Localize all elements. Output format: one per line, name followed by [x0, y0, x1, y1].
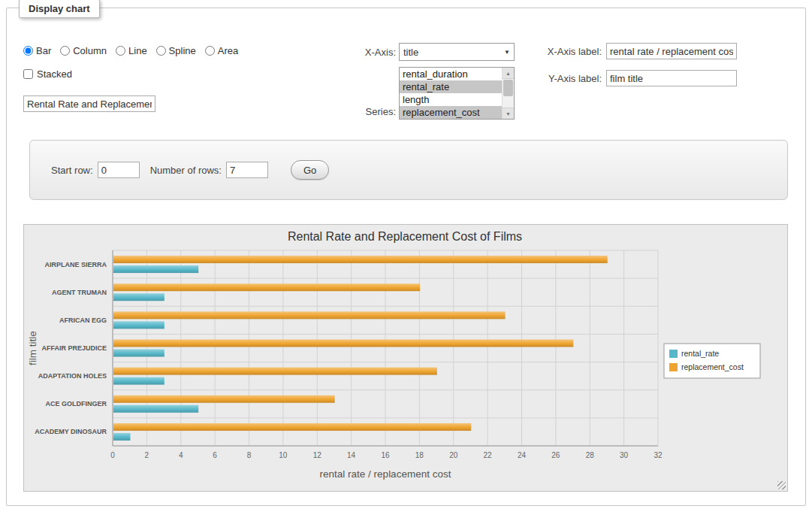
radio-label: Area	[218, 45, 238, 56]
bar-rental_rate[interactable]	[113, 321, 165, 329]
y-axis-label-input[interactable]	[606, 70, 737, 86]
bar-replacement_cost[interactable]	[113, 423, 471, 431]
x-tick-label: 20	[449, 451, 458, 459]
chart-container: 02468101214161820222426283032AIRPLANE SI…	[23, 224, 788, 492]
chevron-down-icon: ▼	[504, 49, 510, 56]
y-axis-label-row: Y-Axis label:	[533, 70, 737, 86]
x-axis-title: rental rate / replacement cost	[320, 468, 451, 480]
resize-handle-icon[interactable]	[777, 481, 786, 489]
series-option-rental_duration[interactable]: rental_duration	[400, 68, 502, 80]
chart-svg: 02468101214161820222426283032AIRPLANE SI…	[24, 225, 786, 488]
radio-bar[interactable]	[23, 46, 33, 56]
chart-type-radios: BarColumnLineSplineArea	[23, 43, 247, 58]
category-label: ACADEMY DINOSAUR	[35, 428, 107, 435]
radio-line[interactable]	[116, 46, 125, 56]
bar-replacement_cost[interactable]	[113, 256, 608, 263]
num-rows-input[interactable]	[226, 162, 268, 178]
start-row-label: Start row:	[51, 165, 93, 176]
x-tick-label: 0	[110, 451, 115, 459]
chart-type-option-bar[interactable]: Bar	[23, 45, 51, 56]
series-option-replacement_cost[interactable]: replacement_cost	[400, 106, 502, 119]
x-tick-label: 30	[620, 451, 629, 459]
x-axis-select-value: title	[403, 47, 418, 58]
chart-type-option-column[interactable]: Column	[60, 45, 107, 56]
x-axis-label-caption: X-Axis label:	[533, 46, 602, 57]
radio-column[interactable]	[60, 46, 70, 56]
radio-label: Bar	[36, 45, 51, 56]
radio-label: Line	[128, 45, 147, 56]
chart-title-input[interactable]	[23, 95, 155, 112]
row-range-panel: Start row: Number of rows: Go	[29, 140, 788, 200]
radio-spline[interactable]	[156, 46, 166, 56]
radio-label: Spline	[169, 45, 196, 56]
x-tick-label: 24	[518, 451, 527, 459]
legend-label-rental_rate[interactable]: rental_rate	[681, 349, 719, 358]
category-label: AIRPLANE SIERRA	[44, 261, 107, 268]
bar-rental_rate[interactable]	[113, 293, 165, 301]
category-label: AFFAIR PREJUDICE	[41, 344, 107, 352]
y-axis-title: film title	[27, 331, 38, 365]
x-tick-label: 14	[347, 451, 356, 459]
x-tick-label: 28	[586, 451, 595, 459]
x-tick-label: 16	[381, 451, 390, 459]
x-tick-label: 6	[213, 451, 217, 459]
bar-replacement_cost[interactable]	[113, 311, 506, 319]
x-axis-row: X-Axis: title ▼	[330, 43, 515, 61]
bar-replacement_cost[interactable]	[113, 340, 573, 347]
legend-swatch-rental_rate[interactable]	[669, 350, 678, 358]
stacked-checkbox-row[interactable]: Stacked	[23, 68, 72, 80]
bar-rental_rate[interactable]	[113, 433, 130, 441]
panel-legend: Display chart	[19, 0, 100, 18]
category-label: AFRICAN EGG	[59, 317, 107, 324]
scroll-up-icon[interactable]: ▲	[503, 68, 514, 79]
stacked-label: Stacked	[37, 68, 72, 80]
series-options: rental_durationrental_ratelengthreplacem…	[400, 68, 502, 119]
x-axis-label-input[interactable]	[606, 43, 737, 59]
bar-rental_rate[interactable]	[113, 377, 165, 385]
series-label-text: Series:	[330, 106, 396, 117]
bar-rental_rate[interactable]	[113, 265, 198, 273]
category-label: ADAPTATION HOLES	[38, 372, 107, 380]
category-label: ACE GOLDFINGER	[45, 400, 107, 407]
legend-label-replacement_cost[interactable]: replacement_cost	[681, 362, 744, 371]
x-tick-label: 8	[247, 451, 252, 459]
y-axis-label-caption: Y-Axis label:	[533, 73, 602, 84]
x-tick-label: 22	[484, 451, 493, 459]
x-axis-label-text: X-Axis:	[330, 47, 396, 58]
chart-type-option-line[interactable]: Line	[116, 45, 147, 56]
start-row-input[interactable]	[98, 162, 140, 178]
x-axis-label-row: X-Axis label:	[533, 43, 737, 59]
series-scrollbar[interactable]: ▲ ▼	[502, 68, 514, 119]
radio-label: Column	[73, 45, 107, 56]
stacked-checkbox[interactable]	[23, 69, 33, 79]
x-tick-label: 12	[313, 451, 322, 459]
x-tick-label: 32	[654, 451, 663, 459]
series-option-rental_rate[interactable]: rental_rate	[400, 80, 502, 93]
radio-area[interactable]	[205, 46, 215, 56]
scroll-down-icon[interactable]: ▼	[503, 108, 514, 119]
display-chart-panel: Display chart BarColumnLineSplineArea St…	[6, 8, 806, 506]
chart-title: Rental Rate and Replacement Cost of Film…	[288, 230, 522, 243]
bar-replacement_cost[interactable]	[113, 395, 335, 403]
x-tick-label: 2	[145, 451, 149, 459]
chart-canvas: 02468101214161820222426283032AIRPLANE SI…	[24, 225, 787, 490]
bar-rental_rate[interactable]	[113, 350, 165, 357]
go-button[interactable]: Go	[291, 160, 329, 180]
x-tick-label: 18	[415, 451, 424, 459]
chart-type-option-area[interactable]: Area	[205, 45, 238, 56]
legend-swatch-replacement_cost[interactable]	[669, 363, 678, 371]
chart-type-option-spline[interactable]: Spline	[156, 45, 196, 56]
x-tick-label: 10	[279, 451, 288, 459]
series-listbox[interactable]: rental_durationrental_ratelengthreplacem…	[399, 67, 515, 120]
bar-replacement_cost[interactable]	[113, 368, 437, 375]
series-option-length[interactable]: length	[400, 93, 502, 106]
num-rows-label: Number of rows:	[150, 165, 222, 176]
bar-rental_rate[interactable]	[113, 405, 198, 413]
scrollbar-thumb[interactable]	[503, 80, 513, 96]
x-tick-label: 4	[179, 451, 183, 459]
bar-replacement_cost[interactable]	[113, 283, 420, 291]
category-label: AGENT TRUMAN	[52, 289, 107, 296]
x-tick-label: 26	[551, 451, 560, 459]
x-axis-select[interactable]: title ▼	[399, 43, 515, 61]
